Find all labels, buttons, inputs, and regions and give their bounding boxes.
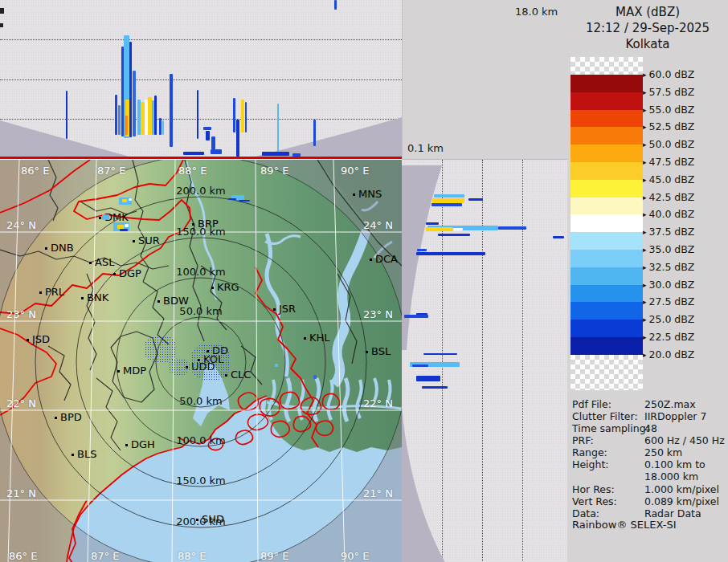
legend-label-text: 55.0 dBZ — [649, 104, 695, 116]
echo-bar — [498, 226, 526, 230]
legend-label-text: 40.0 dBZ — [649, 208, 695, 220]
legend-label: ▸27.5 dBZ — [643, 295, 694, 307]
echo-bar — [129, 42, 132, 137]
echo-bar — [313, 120, 316, 146]
legend-swatch — [571, 198, 643, 215]
echo-bar — [245, 102, 247, 132]
station-label: CLC — [231, 369, 251, 381]
echo-bar — [422, 386, 448, 389]
legend-swatch — [571, 127, 643, 145]
latitude-label-right: 22° N — [363, 397, 393, 409]
axis-tick — [0, 8, 4, 14]
height-gridline — [442, 160, 443, 562]
echo-bar — [233, 98, 235, 132]
station-marker — [45, 247, 47, 250]
echo-bar — [236, 120, 239, 157]
legend-label: ▸55.0 dBZ — [643, 104, 694, 116]
range-ring-label: 100.0 km — [176, 434, 226, 446]
legend-swatch — [571, 110, 643, 128]
legend-swatch — [571, 337, 643, 355]
legend-label-text: 22.5 dBZ — [649, 331, 695, 343]
longitude-label-bottom: 90° E — [341, 550, 369, 562]
legend-tick-arrow: ▸ — [643, 106, 647, 114]
station-label: DGH — [131, 438, 155, 450]
station-label: JSR — [279, 303, 296, 315]
echo-bar — [197, 90, 198, 139]
legend-swatch — [571, 145, 643, 162]
station-label: SHD — [202, 513, 224, 525]
echo-bar — [334, 0, 337, 10]
legend-swatch — [571, 214, 643, 232]
legend-label-text: 32.5 dBZ — [649, 261, 695, 273]
legend-label-text: 45.0 dBZ — [649, 173, 695, 185]
station-label: BDW — [163, 295, 189, 307]
legend-label: ▸52.5 dBZ — [643, 120, 694, 132]
legend-label-text: 30.0 dBZ — [649, 279, 695, 291]
legend-label: ▸35.0 dBZ — [643, 243, 694, 255]
legend-label: ▸60.0 dBZ — [643, 68, 694, 80]
echo-bar — [206, 131, 210, 140]
metadata-value: Radar Data — [644, 507, 701, 519]
metadata-label: Pdf File: — [572, 398, 611, 410]
legend-label: ▸37.5 dBZ — [643, 226, 694, 238]
latitude-label-left: 22° N — [6, 397, 36, 409]
station-marker — [211, 287, 214, 289]
metadata-label: Hor Res: — [572, 483, 615, 495]
legend-swatch — [571, 355, 643, 390]
echo-bar — [431, 203, 462, 206]
legend-label-text: 37.5 dBZ — [649, 226, 695, 238]
side-height-cross-section-panel — [402, 159, 567, 562]
echo-patch — [129, 198, 132, 201]
echo-bar — [115, 95, 117, 135]
metadata-value: 0.089 km/pixel — [644, 495, 719, 507]
station-label: DNB — [51, 242, 74, 254]
station-label: DCA — [375, 253, 398, 265]
echo-patch — [239, 200, 250, 202]
longitude-label-top: 89° E — [260, 165, 288, 177]
metadata-value: IIRDoppler 7 — [644, 410, 706, 422]
legend-label: ▸30.0 dBZ — [643, 279, 694, 291]
metadata-label: Clutter Filter: — [572, 410, 638, 422]
legend-label-text: 47.5 dBZ — [649, 156, 695, 168]
station-marker — [196, 519, 198, 521]
latitude-label-left: 24° N — [6, 219, 36, 231]
echo-patch — [313, 375, 317, 379]
legend-label-text: 27.5 dBZ — [649, 295, 695, 307]
station-marker — [39, 291, 42, 294]
longitude-label-bottom: 88° E — [178, 550, 206, 562]
echo-bar — [468, 198, 483, 201]
legend-label-text: 50.0 dBZ — [649, 138, 695, 150]
latitude-label-left: 21° N — [6, 487, 36, 499]
radar-station-name: Kolkata — [567, 37, 728, 51]
metadata-value: 0.100 km to — [644, 458, 706, 470]
echo-bar — [170, 74, 173, 147]
legend-label: ▸57.5 dBZ — [643, 86, 694, 98]
range-ring-label: 100.0 km — [176, 266, 226, 278]
height-gridline — [0, 39, 402, 40]
station-label: MDP — [123, 364, 146, 377]
metadata-value: 1.000 km/pixel — [644, 483, 719, 495]
echo-bar — [412, 364, 428, 367]
legend-label: ▸20.0 dBZ — [643, 348, 694, 360]
station-marker — [81, 297, 84, 299]
legend-label: ▸40.0 dBZ — [643, 208, 694, 220]
echo-bar — [553, 236, 564, 238]
legend-tick-arrow: ▸ — [643, 123, 647, 131]
station-label: ASL — [95, 256, 114, 268]
legend-tick-arrow: ▸ — [643, 176, 647, 184]
station-label: BSL — [371, 345, 391, 357]
latitude-label-right: 23° N — [363, 308, 393, 320]
legend-tick-arrow: ▸ — [643, 351, 647, 359]
echo-bar — [154, 96, 157, 135]
legend-label-text: 20.0 dBZ — [649, 348, 695, 360]
legend-label-text: 52.5 dBZ — [649, 120, 695, 132]
station-label: BLS — [77, 448, 96, 460]
echo-bar — [183, 152, 204, 155]
legend-panel: MAX (dBZ) 12:12 / 29-Sep-2025 Kolkata ▸6… — [567, 0, 728, 562]
station-marker — [353, 193, 355, 196]
station-label: KRG — [217, 281, 239, 293]
legend-tick-arrow: ▸ — [643, 193, 647, 202]
legend-swatch — [571, 302, 643, 320]
radar-display: 18.0 km 0.1 km — [0, 0, 728, 562]
echo-bar — [125, 116, 128, 135]
